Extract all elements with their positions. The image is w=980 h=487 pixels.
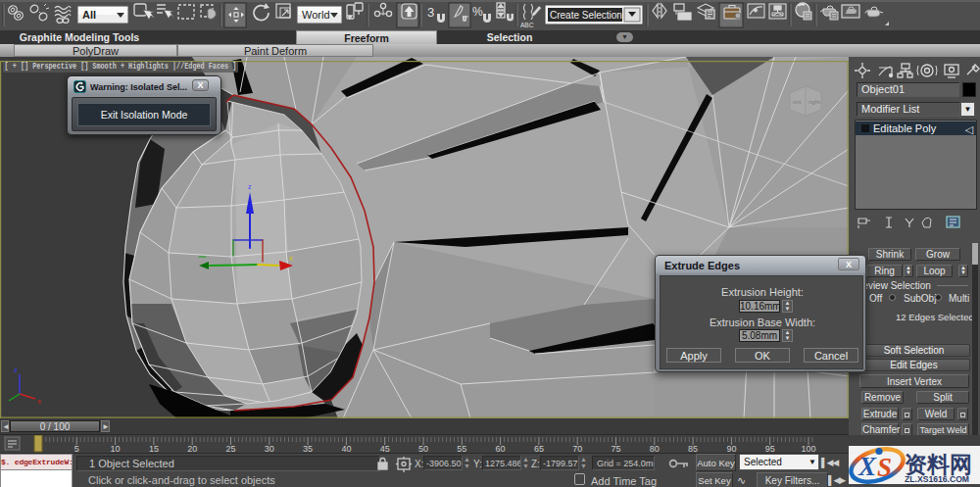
svg-text:80: 80 [650,444,660,454]
svg-text:right: right [808,99,820,105]
svg-text:55: 55 [457,444,466,454]
svg-text:ABC: ABC [520,22,534,28]
svg-text:85: 85 [688,444,698,454]
svg-text:60: 60 [496,444,506,454]
svg-text:x: x [37,397,41,406]
svg-text:95: 95 [765,444,775,454]
svg-text:100: 100 [801,444,815,454]
svg-text:15: 15 [149,444,159,454]
svg-text:20: 20 [187,444,197,454]
svg-text:25: 25 [225,444,235,454]
svg-text:10: 10 [111,444,121,454]
svg-text:50: 50 [418,444,428,454]
svg-text:z: z [14,365,18,374]
svg-text:90: 90 [726,444,736,454]
svg-text:5: 5 [74,444,79,454]
svg-text:S: S [877,453,892,482]
svg-text:30: 30 [265,444,274,454]
svg-text:ont: ont [793,99,802,105]
svg-text:x: x [289,254,293,263]
svg-text:All: All [82,9,96,21]
svg-text:z: z [248,183,252,190]
svg-text:ZL.XS1616.COM: ZL.XS1616.COM [905,473,969,484]
svg-text:40: 40 [341,444,351,454]
svg-text:X: X [858,452,877,481]
svg-text:45: 45 [380,444,390,454]
svg-text:65: 65 [534,444,544,454]
svg-text:70: 70 [572,444,582,454]
svg-text:%: % [472,5,483,19]
svg-text:35: 35 [303,444,313,454]
svg-text:3: 3 [427,5,434,20]
svg-text:World: World [302,9,330,21]
svg-text:75: 75 [611,444,620,454]
